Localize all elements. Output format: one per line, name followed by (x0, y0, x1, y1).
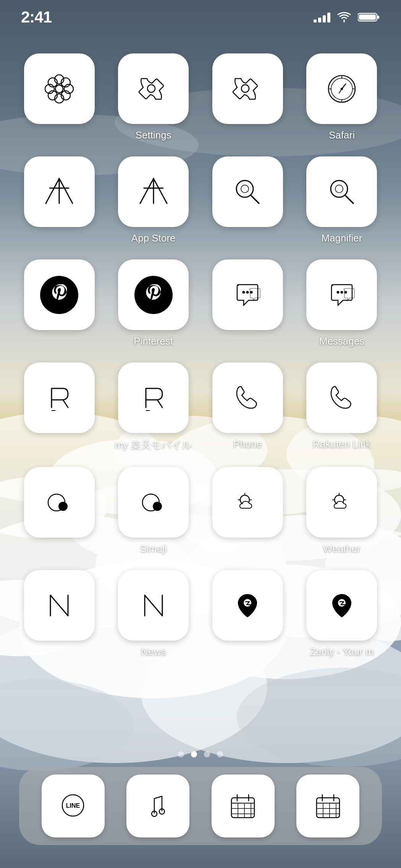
app-item-phone[interactable]: Phone (207, 362, 288, 452)
page-dots (0, 751, 401, 757)
svg-line-53 (140, 179, 154, 203)
app-label-settings: Settings (136, 129, 171, 141)
app-icon-weather2[interactable] (306, 467, 377, 538)
app-item-wrench2[interactable]: ‎ (207, 53, 288, 141)
app-icon-messages2[interactable] (306, 259, 377, 330)
app-icon-zenly1[interactable] (212, 570, 283, 641)
app-item-rakutenlink[interactable]: Rakuten Link (302, 362, 382, 452)
app-item-messages1[interactable]: ‎ (207, 259, 288, 347)
dock: LINE (19, 767, 382, 845)
svg-point-58 (331, 180, 348, 197)
svg-point-37 (241, 85, 249, 92)
page-dot-1[interactable] (178, 751, 184, 757)
app-label-pinterest2: Pinterest (134, 335, 173, 347)
app-icon-messages1[interactable] (212, 259, 283, 330)
svg-text:LINE: LINE (66, 802, 80, 809)
app-label-messages2: Messages (319, 335, 365, 347)
dock-icon-calendar1[interactable] (212, 775, 275, 837)
svg-line-50 (59, 179, 73, 203)
app-icon-weather1[interactable] (212, 467, 283, 538)
signal-bar-1 (314, 19, 317, 23)
app-row-6: ‎ News ‎ (19, 570, 382, 658)
dock-item-calendar1[interactable] (212, 775, 275, 837)
app-icon-appstore2[interactable] (118, 156, 189, 227)
app-row-1: ‎ Settings ‎ (19, 53, 382, 141)
app-item-magnifier1[interactable]: ‎ (207, 156, 288, 244)
app-item-simeji1[interactable]: ‎ (19, 467, 99, 555)
app-icon-safari[interactable] (306, 53, 377, 124)
status-time: 2:41 (21, 8, 52, 26)
dock-icon-music[interactable] (126, 775, 189, 837)
app-item-magnifier2[interactable]: Magnifier (302, 156, 382, 244)
app-label-appstore2: App Store (131, 232, 176, 244)
page-dot-3[interactable] (204, 751, 210, 757)
app-icon-news1[interactable] (24, 570, 95, 641)
app-label-simeji2: Simeji (140, 543, 167, 555)
wifi-icon (337, 12, 351, 23)
app-item-simeji2[interactable]: Simeji (113, 467, 194, 555)
svg-point-55 (236, 180, 253, 197)
app-icon-simeji2[interactable] (118, 467, 189, 538)
app-item-flower[interactable]: ‎ (19, 53, 99, 141)
pinterest-circle-1 (40, 276, 78, 314)
app-label-zenly2: Zenly - Your m (310, 646, 374, 658)
app-item-appstore1[interactable]: ‎ (19, 156, 99, 244)
svg-line-89 (154, 796, 162, 799)
app-item-pinterest1[interactable]: ‎ (19, 259, 99, 347)
app-item-zenly1[interactable]: ‎ (207, 570, 288, 658)
page-dot-2[interactable] (191, 751, 197, 757)
svg-line-49 (46, 179, 59, 203)
app-label-phone: Phone (233, 438, 262, 450)
svg-line-56 (251, 196, 259, 203)
app-icon-flower[interactable] (24, 53, 95, 124)
app-icon-news2[interactable] (118, 570, 189, 641)
app-item-news2[interactable]: News (113, 570, 194, 658)
svg-point-72 (153, 502, 162, 511)
app-icon-rakutenlink[interactable] (306, 362, 377, 433)
dock-item-calendar2[interactable] (296, 775, 359, 837)
app-label-rakuten2: my 楽天モバイル (115, 438, 192, 452)
app-icon-rakuten2[interactable] (118, 362, 189, 433)
app-icon-rakuten1[interactable] (24, 362, 95, 433)
app-icon-simeji1[interactable] (24, 467, 95, 538)
app-item-pinterest2[interactable]: Pinterest (113, 259, 194, 347)
app-item-settings[interactable]: Settings (113, 53, 194, 141)
app-icon-phone[interactable] (212, 362, 283, 433)
svg-point-84 (338, 599, 346, 607)
app-grid: ‎ Settings ‎ (0, 53, 401, 673)
svg-point-36 (147, 85, 155, 92)
dock-icon-calendar2[interactable] (296, 775, 359, 837)
app-item-appstore2[interactable]: App Store (113, 156, 194, 244)
app-icon-magnifier1[interactable] (212, 156, 283, 227)
app-icon-pinterest1[interactable] (24, 259, 95, 330)
app-item-safari[interactable]: Safari (302, 53, 382, 141)
dock-item-music[interactable] (126, 775, 189, 837)
app-item-news1[interactable]: ‎ (19, 570, 99, 658)
signal-bar-3 (323, 15, 326, 23)
dock-item-line[interactable]: LINE (42, 775, 105, 837)
svg-line-59 (346, 196, 353, 203)
app-item-zenly2[interactable]: Zenly - Your m (302, 570, 382, 658)
app-icon-settings[interactable] (118, 53, 189, 124)
app-icon-zenly2[interactable] (306, 570, 377, 641)
signal-bars-icon (314, 12, 330, 23)
svg-line-54 (154, 179, 167, 203)
app-label-weather2: Weather (323, 543, 361, 555)
app-item-rakuten2[interactable]: my 楽天モバイル (113, 362, 194, 452)
svg-point-62 (246, 291, 249, 293)
app-icon-appstore1[interactable] (24, 156, 95, 227)
status-bar: 2:41 (0, 0, 401, 34)
app-item-rakuten1[interactable]: ‎ (19, 362, 99, 452)
app-icon-magnifier2[interactable] (306, 156, 377, 227)
page-dot-4[interactable] (217, 751, 223, 757)
app-row-2: ‎ App Store ‎ (19, 156, 382, 244)
dock-icon-line[interactable]: LINE (42, 775, 105, 837)
app-icon-pinterest2[interactable] (118, 259, 189, 330)
svg-point-35 (55, 85, 63, 93)
app-item-messages2[interactable]: Messages (302, 259, 382, 347)
svg-point-70 (58, 502, 68, 511)
signal-bar-2 (318, 18, 321, 23)
app-icon-wrench2[interactable] (212, 53, 283, 124)
app-item-weather2[interactable]: Weather (302, 467, 382, 555)
app-item-weather1[interactable]: ‎ (207, 467, 288, 555)
